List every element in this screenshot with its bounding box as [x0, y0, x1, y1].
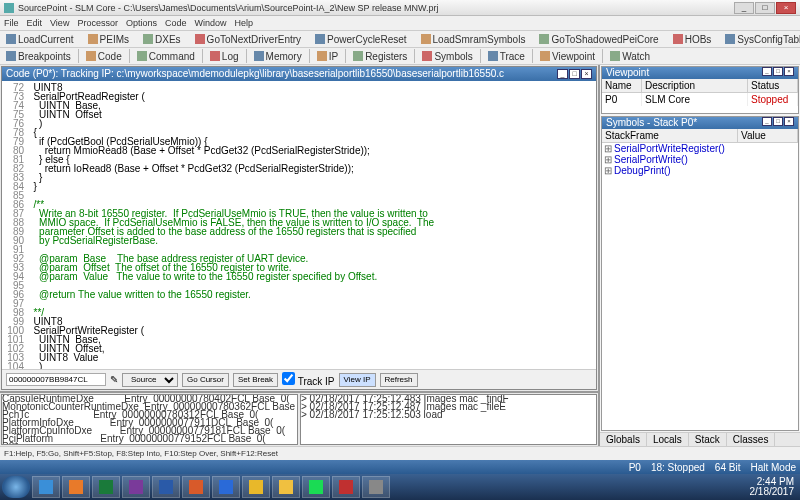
symbol-row[interactable]: ⊞SerialPortWrite()	[602, 154, 798, 165]
vp-max[interactable]: □	[773, 67, 783, 76]
tab-classes[interactable]: Classes	[727, 433, 776, 446]
pencil-icon[interactable]: ✎	[110, 374, 118, 385]
status-mode: Halt Mode	[750, 462, 796, 473]
menubar: FileEditViewProcessorOptionsCodeWindowHe…	[0, 16, 800, 31]
menu-options[interactable]: Options	[126, 16, 157, 30]
taskbar-app-4[interactable]	[152, 476, 180, 498]
code-window-title: Code (P0*): Tracking IP: c:\myworkspace\…	[2, 67, 596, 81]
tb-dxes[interactable]: DXEs	[141, 32, 183, 46]
taskbar: 2:44 PM 2/18/2017	[0, 474, 800, 500]
tb-viewpoint[interactable]: Viewpoint	[538, 49, 597, 63]
code-title-text: Code (P0*): Tracking IP: c:\myworkspace\…	[6, 67, 504, 81]
tb-trace[interactable]: Trace	[486, 49, 527, 63]
symbols-title: Symbols - Stack P0*	[606, 117, 697, 129]
symbol-row[interactable]: ⊞DebugPrint()	[602, 165, 798, 176]
tb-registers[interactable]: Registers	[351, 49, 409, 63]
tb-code[interactable]: Code	[84, 49, 124, 63]
tb-loadcurrent[interactable]: LoadCurrent	[4, 32, 76, 46]
tb-ip[interactable]: IP	[315, 49, 340, 63]
title-text: SourcePoint - SLM Core - C:\Users\James\…	[18, 3, 734, 13]
vp-min[interactable]: _	[762, 67, 772, 76]
viewpoint-row[interactable]: P0 SLM Core Stopped	[602, 93, 798, 106]
viewpoint-title: Viewpoint	[606, 67, 649, 79]
code-window: Code (P0*): Tracking IP: c:\myworkspace\…	[1, 66, 597, 390]
code-controls: ✎ Source Go Cursor Set Break Track IP Vi…	[2, 369, 596, 389]
sym-close[interactable]: ×	[784, 117, 794, 126]
tb-hobs[interactable]: HOBs	[671, 32, 714, 46]
sym-max[interactable]: □	[773, 117, 783, 126]
taskbar-app-2[interactable]	[92, 476, 120, 498]
code-editor[interactable]: 72 UINT873 SerialPortReadRegister (74 UI…	[2, 81, 596, 369]
viewpoint-panel: Viewpoint _□× Name Description Status P0…	[601, 66, 799, 114]
system-tray[interactable]: 2:44 PM 2/18/2017	[750, 477, 799, 497]
tb-powercyclereset[interactable]: PowerCycleReset	[313, 32, 408, 46]
taskbar-app-10[interactable]	[332, 476, 360, 498]
sym-min[interactable]: _	[762, 117, 772, 126]
status-bit: 64 Bit	[715, 462, 741, 473]
set-break-button[interactable]: Set Break	[233, 373, 278, 387]
titlebar: SourcePoint - SLM Core - C:\Users\James\…	[0, 0, 800, 16]
taskbar-app-3[interactable]	[122, 476, 150, 498]
track-ip-check[interactable]: Track IP	[282, 372, 334, 387]
menu-help[interactable]: Help	[234, 16, 253, 30]
view-ip-button[interactable]: View IP	[339, 373, 376, 387]
tab-strip: GlobalsLocalsStackClasses	[600, 432, 800, 446]
symbols-panel: Symbols - Stack P0* _□× StackFrame Value…	[601, 116, 799, 431]
code-min-button[interactable]: _	[557, 69, 568, 79]
tb-peims[interactable]: PEIMs	[86, 32, 131, 46]
go-cursor-button[interactable]: Go Cursor	[182, 373, 229, 387]
modules-pane[interactable]: CapsuleRuntimeDxe Entry 00000000780402FC…	[1, 394, 298, 445]
taskbar-app-9[interactable]	[302, 476, 330, 498]
address-input[interactable]	[6, 373, 106, 386]
taskbar-app-7[interactable]	[242, 476, 270, 498]
taskbar-app-8[interactable]	[272, 476, 300, 498]
menu-edit[interactable]: Edit	[27, 16, 43, 30]
minimize-button[interactable]: _	[734, 2, 754, 14]
code-max-button[interactable]: □	[569, 69, 580, 79]
code-close-button[interactable]: ×	[581, 69, 592, 79]
tb-gotoshadowedpeicore[interactable]: GoToShadowedPeiCore	[537, 32, 660, 46]
taskbar-app-11[interactable]	[362, 476, 390, 498]
tab-globals[interactable]: Globals	[600, 433, 647, 446]
menu-processor[interactable]: Processor	[77, 16, 118, 30]
tb-log[interactable]: Log	[208, 49, 241, 63]
toolbar-2: BreakpointsCodeCommandLogMemoryIPRegiste…	[0, 48, 800, 65]
app-icon	[4, 3, 14, 13]
taskbar-app-5[interactable]	[182, 476, 210, 498]
toolbar-1: LoadCurrentPEIMsDXEsGoToNextDriverEntryP…	[0, 31, 800, 48]
tb-symbols[interactable]: Symbols	[420, 49, 474, 63]
vp-close[interactable]: ×	[784, 67, 794, 76]
taskbar-app-6[interactable]	[212, 476, 240, 498]
tb-watch[interactable]: Watch	[608, 49, 652, 63]
tb-command[interactable]: Command	[135, 49, 197, 63]
menu-view[interactable]: View	[50, 16, 69, 30]
status-proc: P0	[629, 462, 641, 473]
clock-date: 2/18/2017	[750, 487, 795, 497]
status-state: 18: Stopped	[651, 462, 705, 473]
tb-breakpoints[interactable]: Breakpoints	[4, 49, 73, 63]
tab-stack[interactable]: Stack	[689, 433, 727, 446]
menu-window[interactable]: Window	[194, 16, 226, 30]
log-pane[interactable]: > 02/18/2017 17:25:12.483 Images mac _fi…	[300, 394, 597, 445]
start-button[interactable]	[2, 476, 30, 498]
tb-memory[interactable]: Memory	[252, 49, 304, 63]
maximize-button[interactable]: □	[755, 2, 775, 14]
taskbar-app-1[interactable]	[62, 476, 90, 498]
tab-locals[interactable]: Locals	[647, 433, 689, 446]
tb-sysconfigtable[interactable]: SysConfigTable	[723, 32, 800, 46]
tb-gotonextdriverentry[interactable]: GoToNextDriverEntry	[193, 32, 303, 46]
taskbar-app-0[interactable]	[32, 476, 60, 498]
symbol-row[interactable]: ⊞SerialPortWriteRegister()	[602, 143, 798, 154]
tb-loadsmramsymbols[interactable]: LoadSmramSymbols	[419, 32, 528, 46]
keybar: F1:Help, F5:Go, Shift+F5:Stop, F8:Step I…	[0, 446, 800, 460]
source-select[interactable]: Source	[122, 373, 178, 387]
close-button[interactable]: ×	[776, 2, 796, 14]
menu-file[interactable]: File	[4, 16, 19, 30]
refresh-button[interactable]: Refresh	[380, 373, 418, 387]
menu-code[interactable]: Code	[165, 16, 187, 30]
statusbar: P0 18: Stopped 64 Bit Halt Mode	[0, 460, 800, 474]
viewpoint-header: Name Description Status	[602, 79, 798, 93]
